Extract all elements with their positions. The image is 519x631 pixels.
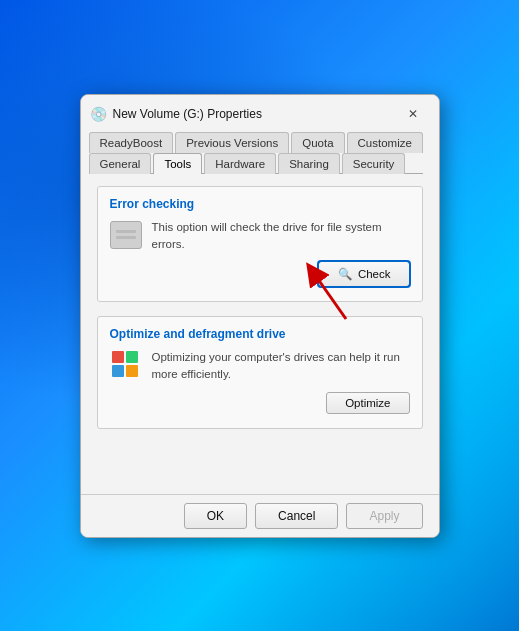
- tab-sharing[interactable]: Sharing: [278, 153, 340, 174]
- window-title: New Volume (G:) Properties: [113, 107, 262, 121]
- optimize-title: Optimize and defragment drive: [110, 327, 410, 341]
- tab-quota[interactable]: Quota: [291, 132, 344, 153]
- check-button[interactable]: 🔍 Check: [318, 261, 410, 287]
- optimize-body: Optimizing your computer's drives can he…: [110, 349, 410, 384]
- svg-rect-3: [126, 351, 138, 363]
- tabs-container: ReadyBoost Previous Versions Quota Custo…: [81, 125, 439, 174]
- svg-rect-5: [126, 365, 138, 377]
- tab-customize[interactable]: Customize: [347, 132, 423, 153]
- error-checking-section: Error checking This option will check th…: [97, 186, 423, 303]
- cancel-button[interactable]: Cancel: [255, 503, 338, 529]
- optimize-button-row: Optimize: [110, 392, 410, 414]
- tab-row-2: General Tools Hardware Sharing Security: [89, 152, 431, 173]
- tab-row-1: ReadyBoost Previous Versions Quota Custo…: [89, 131, 431, 152]
- dialog-window: 💿 New Volume (G:) Properties ✕ ReadyBoos…: [80, 94, 440, 538]
- svg-rect-2: [112, 351, 124, 363]
- tab-content: Error checking This option will check th…: [81, 174, 439, 494]
- error-checking-button-row: 🔍 Check: [110, 261, 410, 287]
- error-checking-description: This option will check the drive for fil…: [152, 219, 410, 254]
- error-checking-title: Error checking: [110, 197, 410, 211]
- tab-general[interactable]: General: [89, 153, 152, 174]
- ok-button[interactable]: OK: [184, 503, 247, 529]
- svg-rect-4: [112, 365, 124, 377]
- optimize-section: Optimize and defragment drive Optimizing…: [97, 316, 423, 429]
- apply-button[interactable]: Apply: [346, 503, 422, 529]
- hdd-drive-icon: [110, 219, 142, 251]
- tab-tools[interactable]: Tools: [153, 153, 202, 174]
- dialog-footer: OK Cancel Apply: [81, 494, 439, 537]
- tab-previous-versions[interactable]: Previous Versions: [175, 132, 289, 153]
- check-icon: 🔍: [337, 266, 353, 282]
- optimize-description: Optimizing your computer's drives can he…: [152, 349, 410, 384]
- optimize-icon: [110, 349, 142, 381]
- error-checking-body: This option will check the drive for fil…: [110, 219, 410, 254]
- tab-security[interactable]: Security: [342, 153, 406, 174]
- optimize-button[interactable]: Optimize: [326, 392, 409, 414]
- window-icon: 💿: [91, 106, 107, 122]
- title-bar-left: 💿 New Volume (G:) Properties: [91, 106, 262, 122]
- tab-readyboost[interactable]: ReadyBoost: [89, 132, 174, 153]
- title-bar: 💿 New Volume (G:) Properties ✕: [81, 95, 439, 125]
- tab-hardware[interactable]: Hardware: [204, 153, 276, 174]
- close-button[interactable]: ✕: [399, 103, 427, 125]
